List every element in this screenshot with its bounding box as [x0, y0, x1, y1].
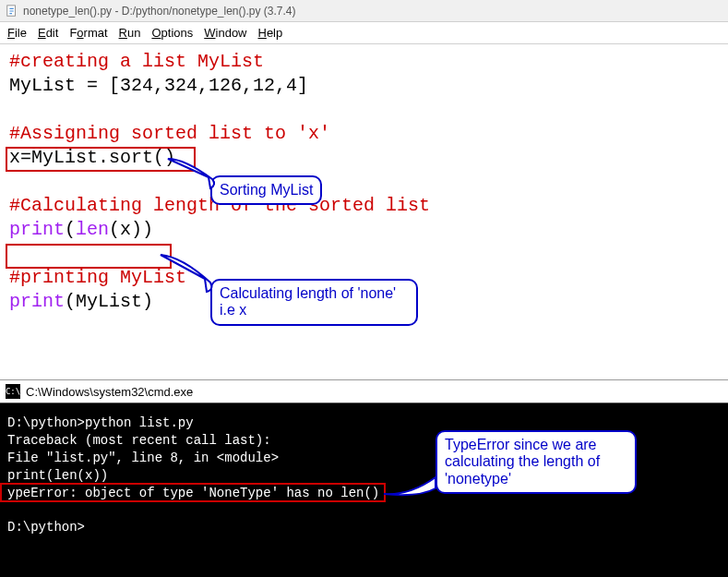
highlight-box-error [0, 483, 386, 502]
code-line: print(len(x)) [9, 218, 719, 242]
menu-help[interactable]: Help [258, 26, 283, 40]
cmd-titlebar: C:\ C:\Windows\system32\cmd.exe [0, 379, 728, 403]
terminal-line: D:\python> [7, 519, 721, 536]
menubar: File Edit Format Run Options Window Help [0, 22, 728, 44]
code-editor[interactable]: #creating a list MyList MyList = [324,32… [0, 44, 728, 379]
cmd-title-text: C:\Windows\system32\cmd.exe [26, 385, 193, 399]
code-comment: #Calculating length of the sorted list [9, 194, 719, 218]
menu-run[interactable]: Run [119, 26, 141, 40]
cmd-icon: C:\ [6, 384, 20, 399]
python-file-icon [6, 5, 18, 18]
code-line: MyList = [324,324,126,12,4] [9, 74, 719, 98]
titlebar-text: nonetype_len().py - D:/python/nonetype_l… [23, 5, 296, 18]
menu-window[interactable]: Window [204, 26, 246, 40]
terminal[interactable]: D:\python>python list.py Traceback (most… [0, 403, 728, 577]
callout-error: TypeError since we are calculating the l… [436, 430, 637, 494]
highlight-box-sort [6, 147, 196, 172]
menu-format[interactable]: Format [69, 26, 107, 40]
callout-len: Calculating length of 'none' i.e x [210, 279, 418, 326]
highlight-box-len [6, 244, 172, 269]
menu-edit[interactable]: Edit [38, 26, 58, 40]
code-comment: #Assigning sorted list to 'x' [9, 122, 719, 146]
callout-sorting: Sorting MyList [210, 175, 322, 205]
menu-file[interactable]: File [7, 26, 27, 40]
code-comment: #creating a list MyList [9, 50, 719, 74]
menu-options[interactable]: Options [151, 26, 193, 40]
titlebar: nonetype_len().py - D:/python/nonetype_l… [0, 0, 728, 22]
